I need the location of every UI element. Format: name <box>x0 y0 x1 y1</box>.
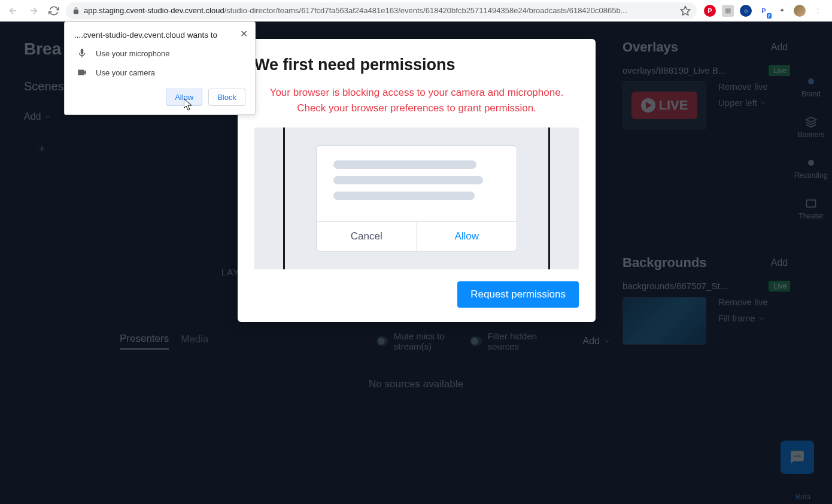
browser-permission-prompt: ✕ ....cvent-studio-dev.cvent.cloud wants… <box>64 22 256 115</box>
illustration-cancel: Cancel <box>317 222 417 251</box>
extension-icons: P ▦ ○ P2 ✦ ⋮ <box>700 5 827 17</box>
back-button[interactable] <box>5 2 22 19</box>
prompt-camera-row: Use your camera <box>74 67 245 78</box>
modal-error-text: Your browser is blocking access to your … <box>254 85 579 116</box>
reload-button[interactable] <box>45 2 62 19</box>
star-icon[interactable] <box>680 5 691 16</box>
modal-title: We first need permissions <box>254 56 579 74</box>
lock-icon <box>72 7 80 15</box>
allow-button[interactable]: Allow <box>166 89 202 106</box>
prompt-cam-text: Use your camera <box>96 68 155 77</box>
url-text: app.staging.cvent-studio-dev.cvent.cloud… <box>84 6 676 15</box>
block-button[interactable]: Block <box>208 89 245 106</box>
forward-button[interactable] <box>25 2 42 19</box>
request-permissions-button[interactable]: Request permissions <box>457 281 579 308</box>
kebab-menu-icon[interactable]: ⋮ <box>812 5 824 17</box>
extensions-puzzle-icon[interactable]: ✦ <box>776 5 788 17</box>
extension-icon-2[interactable]: ▦ <box>722 5 734 17</box>
address-bar[interactable]: app.staging.cvent-studio-dev.cvent.cloud… <box>66 2 697 19</box>
illustration-allow: Allow <box>417 222 517 251</box>
camera-icon <box>77 67 87 78</box>
profile-avatar[interactable] <box>794 5 806 17</box>
prompt-microphone-row: Use your microphone <box>74 48 245 59</box>
pinterest-icon[interactable]: P <box>704 5 716 17</box>
permissions-modal: We first need permissions Your browser i… <box>238 39 596 322</box>
illustration-dialog: Cancel Allow <box>316 145 517 251</box>
extension-icon-3[interactable]: ○ <box>740 5 752 17</box>
extension-icon-4[interactable]: P2 <box>758 5 770 17</box>
close-icon[interactable]: ✕ <box>240 28 248 40</box>
microphone-icon <box>77 48 87 59</box>
prompt-title: ....cvent-studio-dev.cvent.cloud wants t… <box>74 31 245 40</box>
prompt-mic-text: Use your microphone <box>96 49 170 58</box>
browser-toolbar: app.staging.cvent-studio-dev.cvent.cloud… <box>0 0 832 22</box>
permission-illustration: Cancel Allow <box>254 127 579 269</box>
